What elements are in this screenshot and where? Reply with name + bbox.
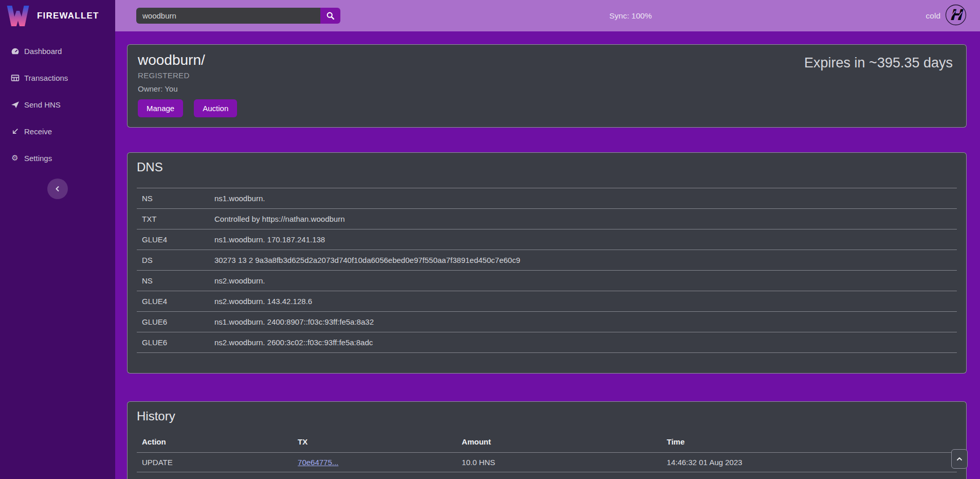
- dns-record-value: ns2.woodburn. 143.42.128.6: [209, 291, 957, 312]
- history-time: 15:47:36 07 Feb 2023: [662, 472, 957, 479]
- search-button[interactable]: [320, 8, 340, 24]
- dns-record-row: TXT Controlled by https://nathan.woodbur…: [137, 209, 957, 229]
- dns-record-type: TXT: [137, 209, 209, 229]
- history-card: History Action TX Amount Time UPDATE 70e…: [127, 401, 967, 479]
- transactions-icon: [10, 73, 20, 82]
- dns-record-row: GLUE6 ns2.woodburn. 2600:3c02::f03c:93ff…: [137, 332, 957, 353]
- dns-record-type: GLUE4: [137, 291, 209, 312]
- history-column-header: Amount: [457, 431, 662, 453]
- dns-card: DNS NS ns1.woodburn. TXT Controlled by h…: [127, 152, 967, 374]
- dns-title: DNS: [137, 160, 957, 174]
- history-header-row: Action TX Amount Time: [137, 431, 957, 453]
- domain-status: REGISTERED: [138, 71, 956, 80]
- chevron-up-icon: [955, 455, 964, 463]
- dns-record-value: ns2.woodburn. 2600:3c02::f03c:93ff:fe5a:…: [209, 332, 957, 353]
- dns-record-type: GLUE4: [137, 229, 209, 250]
- dashboard-icon: [10, 46, 20, 56]
- wallet-name: cold: [926, 11, 940, 21]
- app-logo[interactable]: FIREWALLET: [0, 0, 115, 31]
- sidebar-item-label: Dashboard: [24, 47, 62, 56]
- dns-record-type: GLUE6: [137, 312, 209, 332]
- sidebar-item-label: Transactions: [24, 74, 68, 82]
- dns-record-type: GLUE6: [137, 332, 209, 353]
- send-icon: [10, 100, 20, 109]
- sidebar-item-transactions[interactable]: Transactions: [0, 64, 115, 91]
- app-window: FIREWALLET Dashboard: [0, 0, 980, 479]
- sidebar-item-label: Send HNS: [24, 100, 61, 109]
- history-row: UPDATE 70e64775... 10.0 HNS 14:46:32 01 …: [137, 453, 957, 472]
- settings-icon: ⚙: [10, 153, 20, 163]
- history-amount: 10.0 HNS: [457, 453, 662, 472]
- history-table: Action TX Amount Time UPDATE 70e64775...…: [137, 431, 957, 479]
- dns-record-value: ns1.woodburn. 170.187.241.138: [209, 229, 957, 250]
- dns-record-row: NS ns2.woodburn.: [137, 271, 957, 291]
- dns-record-value: ns1.woodburn. 2400:8907::f03c:93ff:fe5a:…: [209, 312, 957, 332]
- hns-logo-icon: H: [945, 4, 967, 28]
- sidebar-item-settings[interactable]: ⚙ Settings: [0, 145, 115, 171]
- sidebar-item-label: Receive: [24, 127, 52, 136]
- svg-text:H: H: [950, 6, 964, 24]
- expires-label: Expires in ~395.35 days: [804, 55, 953, 71]
- dns-record-row: GLUE4 ns1.woodburn. 170.187.241.138: [137, 229, 957, 250]
- dns-record-type: NS: [137, 271, 209, 291]
- manage-button[interactable]: Manage: [138, 99, 183, 117]
- dns-record-type: DS: [137, 250, 209, 271]
- sidebar-item-label: Settings: [24, 154, 52, 163]
- dns-record-value: ns1.woodburn.: [209, 188, 957, 209]
- dns-record-row: DS 30273 13 2 9a3a8fb3d625d2a2073d740f10…: [137, 250, 957, 271]
- domain-owner: Owner: You: [138, 84, 956, 93]
- wallet-badge[interactable]: cold H: [926, 0, 967, 31]
- sidebar-collapse-button[interactable]: [47, 179, 68, 199]
- dns-record-row: GLUE6 ns1.woodburn. 2400:8907::f03c:93ff…: [137, 312, 957, 332]
- scroll-to-top-button[interactable]: [951, 449, 968, 469]
- brand-name: FIREWALLET: [37, 11, 99, 21]
- history-time: 14:46:32 01 Aug 2023: [662, 453, 957, 472]
- dns-record-value: Controlled by https://nathan.woodburn: [209, 209, 957, 229]
- domain-card: woodburn/ REGISTERED Owner: You Manage A…: [127, 44, 967, 128]
- history-action: RENEW: [137, 472, 293, 479]
- history-title: History: [137, 409, 957, 423]
- sidebar-item-send-hns[interactable]: Send HNS: [0, 91, 115, 118]
- domain-actions: Manage Auction: [138, 99, 956, 117]
- sync-status: Sync: 100%: [609, 0, 652, 31]
- auction-button[interactable]: Auction: [194, 99, 237, 117]
- search-input[interactable]: [136, 8, 320, 24]
- sidebar-item-dashboard[interactable]: Dashboard: [0, 38, 115, 64]
- history-table-body: UPDATE 70e64775... 10.0 HNS 14:46:32 01 …: [137, 453, 957, 479]
- history-row: RENEW d5e8f3a2... 10.0 HNS 15:47:36 07 F…: [137, 472, 957, 479]
- topbar: Sync: 100% cold H: [115, 0, 980, 31]
- history-amount: 10.0 HNS: [457, 472, 662, 479]
- dns-record-row: NS ns1.woodburn.: [137, 188, 957, 209]
- firewallet-logo-icon: [6, 5, 30, 27]
- dns-table: NS ns1.woodburn. TXT Controlled by https…: [137, 188, 957, 353]
- receive-icon: [10, 127, 20, 136]
- sidebar-nav: Dashboard Transactions: [0, 31, 115, 171]
- dns-table-body: NS ns1.woodburn. TXT Controlled by https…: [137, 188, 957, 353]
- main-content: woodburn/ REGISTERED Owner: You Manage A…: [115, 31, 980, 479]
- tx-link[interactable]: 70e64775...: [298, 458, 338, 467]
- dns-record-value: ns2.woodburn.: [209, 271, 957, 291]
- dns-record-type: NS: [137, 188, 209, 209]
- dns-record-row: GLUE4 ns2.woodburn. 143.42.128.6: [137, 291, 957, 312]
- search-icon: [326, 11, 335, 20]
- history-column-header: TX: [293, 431, 457, 453]
- sidebar-item-receive[interactable]: Receive: [0, 118, 115, 145]
- dns-record-value: 30273 13 2 9a3a8fb3d625d2a2073d740f10da6…: [209, 250, 957, 271]
- history-action: UPDATE: [137, 453, 293, 472]
- history-column-header: Action: [137, 431, 293, 453]
- chevron-left-icon: [53, 185, 62, 193]
- search-bar: [136, 8, 340, 24]
- history-column-header: Time: [662, 431, 957, 453]
- sidebar: FIREWALLET Dashboard: [0, 0, 115, 479]
